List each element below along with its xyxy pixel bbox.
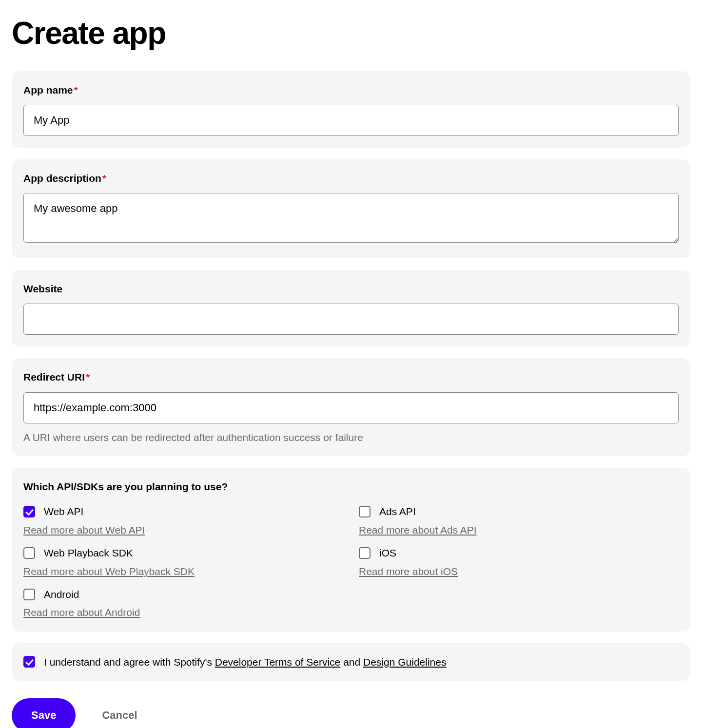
sdk-label: iOS	[379, 546, 396, 560]
sdk-label: Ads API	[379, 504, 416, 518]
sdk-option-android: Android Read more about Android	[23, 587, 343, 620]
sdk-label: Android	[44, 587, 79, 601]
app-name-section: App name*	[12, 71, 690, 148]
app-description-section: App description* My awesome app	[12, 159, 690, 258]
sdk-label: Web API	[44, 504, 83, 518]
app-name-input[interactable]	[23, 105, 679, 136]
read-more-ios[interactable]: Read more about iOS	[359, 564, 458, 578]
tos-section: I understand and agree with Spotify's De…	[12, 643, 690, 681]
tos-link-design-guidelines[interactable]: Design Guidelines	[363, 656, 446, 668]
app-description-label: App description*	[23, 171, 679, 185]
sdk-option-ads-api: Ads API Read more about Ads API	[359, 504, 679, 537]
website-section: Website	[12, 270, 690, 346]
tos-checkbox[interactable]	[23, 656, 35, 668]
sdk-checkbox-web-api[interactable]	[23, 506, 35, 517]
required-marker: *	[86, 371, 90, 383]
tos-link-developer-terms[interactable]: Developer Terms of Service	[215, 656, 341, 668]
website-label: Website	[23, 282, 679, 296]
required-marker: *	[74, 84, 78, 96]
actions-row: Save Cancel	[12, 698, 690, 728]
sdk-checkbox-ios[interactable]	[359, 547, 370, 559]
sdk-checkbox-ads-api[interactable]	[359, 506, 370, 517]
redirect-uri-help: A URI where users can be redirected afte…	[23, 430, 679, 444]
sdk-option-ios: iOS Read more about iOS	[359, 546, 679, 578]
redirect-uri-input[interactable]	[23, 392, 679, 423]
save-button[interactable]: Save	[12, 698, 76, 728]
app-description-input[interactable]: My awesome app	[23, 193, 679, 243]
sdk-section: Which API/SDKs are you planning to use? …	[12, 468, 690, 632]
sdk-label: Web Playback SDK	[44, 546, 133, 560]
sdk-checkbox-web-playback-sdk[interactable]	[23, 547, 35, 559]
cancel-button[interactable]: Cancel	[102, 709, 137, 722]
sdk-option-web-playback-sdk: Web Playback SDK Read more about Web Pla…	[23, 546, 343, 578]
read-more-web-playback-sdk[interactable]: Read more about Web Playback SDK	[23, 564, 195, 578]
sdk-checkbox-android[interactable]	[23, 589, 35, 600]
page-title: Create app	[12, 12, 690, 56]
required-marker: *	[102, 172, 106, 184]
redirect-uri-section: Redirect URI* A URI where users can be r…	[12, 358, 690, 456]
sdk-question: Which API/SDKs are you planning to use?	[23, 479, 679, 494]
app-name-label: App name*	[23, 83, 679, 97]
tos-text: I understand and agree with Spotify's De…	[44, 655, 446, 669]
redirect-uri-label: Redirect URI*	[23, 370, 679, 384]
sdk-option-web-api: Web API Read more about Web API	[23, 504, 343, 537]
website-input[interactable]	[23, 304, 679, 335]
read-more-ads-api[interactable]: Read more about Ads API	[359, 523, 477, 537]
read-more-android[interactable]: Read more about Android	[23, 605, 140, 619]
read-more-web-api[interactable]: Read more about Web API	[23, 523, 145, 537]
